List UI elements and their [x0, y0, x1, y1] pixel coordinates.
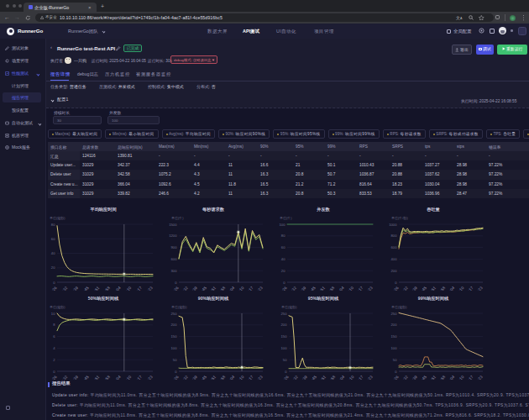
svg-text:0: 0	[175, 281, 177, 285]
svg-text:150: 150	[391, 334, 398, 339]
svg-text:80: 80	[281, 234, 285, 238]
svg-text:600: 600	[391, 245, 398, 249]
svg-text:0: 0	[175, 370, 177, 374]
svg-text:900: 900	[171, 245, 178, 249]
svg-text:600: 600	[171, 257, 178, 261]
svg-text:100: 100	[171, 346, 178, 350]
svg-text:单位(个): 单位(个)	[280, 216, 292, 220]
svg-text:400: 400	[391, 257, 398, 261]
svg-text:200: 200	[171, 323, 178, 327]
svg-text:250: 250	[281, 312, 288, 316]
svg-text:单位(个/秒): 单位(个/秒)	[391, 216, 408, 221]
svg-text:单位(毫秒): 单位(毫秒)	[281, 305, 297, 310]
svg-text:100: 100	[281, 346, 288, 350]
svg-text:200: 200	[391, 323, 398, 327]
svg-text:0: 0	[395, 370, 397, 374]
svg-text:150: 150	[171, 334, 178, 339]
svg-text:50%响应时间线: 50%响应时间线	[88, 296, 119, 302]
svg-text:16:08:26: 16:08:26	[275, 375, 290, 380]
svg-text:300: 300	[171, 269, 178, 273]
svg-text:4: 4	[53, 346, 55, 350]
svg-text:16:08:26: 16:08:26	[385, 375, 400, 380]
svg-text:平均响应时间: 平均响应时间	[89, 207, 116, 213]
svg-text:单位(毫秒): 单位(毫秒)	[171, 305, 187, 310]
svg-text:1200: 1200	[169, 234, 177, 238]
svg-text:1500: 1500	[169, 223, 177, 227]
svg-text:0: 0	[53, 281, 55, 285]
svg-text:0: 0	[395, 281, 397, 285]
svg-text:吞吐量: 吞吐量	[426, 207, 440, 213]
svg-text:0: 0	[283, 281, 285, 285]
svg-text:250: 250	[391, 312, 398, 316]
svg-text:10: 10	[51, 312, 55, 316]
svg-text:单位(毫秒): 单位(毫秒)	[50, 305, 65, 310]
svg-text:20: 20	[51, 265, 55, 270]
svg-text:2: 2	[53, 358, 55, 362]
svg-text:90%响应时间线: 90%响应时间线	[198, 296, 229, 302]
svg-text:20: 20	[281, 269, 285, 273]
svg-text:100: 100	[280, 223, 286, 227]
svg-text:单位(个): 单位(个)	[171, 216, 184, 220]
svg-text:250: 250	[171, 312, 178, 316]
svg-text:并发数: 并发数	[316, 207, 330, 212]
svg-text:单位(毫秒): 单位(毫秒)	[50, 216, 65, 221]
svg-text:200: 200	[281, 323, 288, 327]
svg-text:80: 80	[51, 223, 55, 227]
svg-text:8: 8	[53, 323, 55, 327]
svg-text:95%响应时间线: 95%响应时间线	[308, 296, 339, 302]
svg-text:1000: 1000	[389, 223, 397, 227]
svg-text:200: 200	[391, 269, 398, 273]
svg-text:6: 6	[53, 334, 55, 339]
svg-text:40: 40	[281, 257, 285, 261]
svg-text:60: 60	[51, 237, 55, 241]
svg-text:50: 50	[393, 358, 397, 362]
svg-text:50: 50	[283, 358, 287, 362]
svg-text:40: 40	[51, 251, 55, 255]
svg-text:0: 0	[285, 370, 287, 374]
svg-text:60: 60	[281, 245, 285, 249]
svg-text:800: 800	[391, 234, 398, 238]
svg-text:16:08:26: 16:08:26	[48, 375, 58, 380]
svg-text:50: 50	[173, 358, 177, 362]
svg-text:99%响应时间线: 99%响应时间线	[418, 296, 449, 302]
svg-text:100: 100	[391, 346, 398, 350]
svg-text:150: 150	[281, 334, 288, 339]
svg-text:单位(毫秒): 单位(毫秒)	[391, 305, 407, 310]
svg-text:16:08:26: 16:08:26	[165, 375, 180, 380]
svg-text:每秒请求数: 每秒请求数	[202, 207, 225, 213]
svg-text:0: 0	[53, 370, 55, 374]
